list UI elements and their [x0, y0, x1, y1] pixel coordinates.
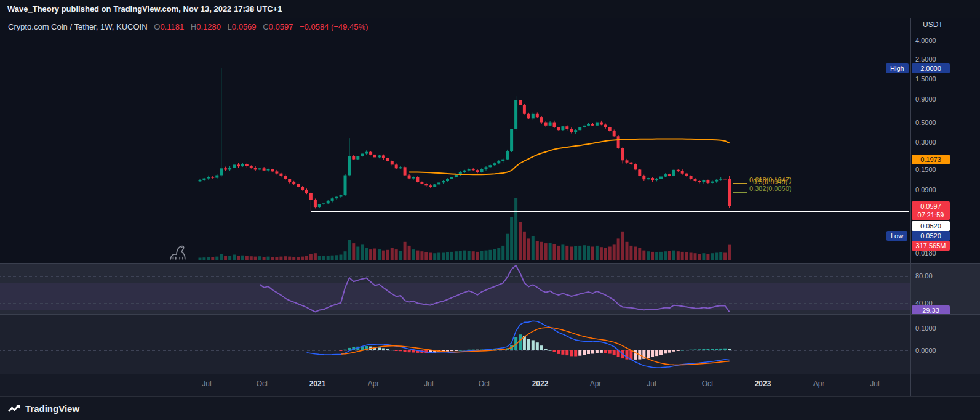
low-price-badge: 0.0520 — [912, 231, 950, 241]
fib-382-label[interactable]: 0.382(0.0850) — [749, 185, 792, 192]
low-marker-pill: Low — [886, 231, 907, 241]
open-label: O — [154, 22, 160, 31]
time-label: Oct — [479, 379, 490, 388]
dino-doodle — [169, 243, 187, 261]
last-price-value: 0.0597 — [915, 202, 947, 211]
last-price-line — [5, 206, 909, 206]
change-value: −0.0584 (−49.45%) — [300, 22, 368, 31]
tradingview-logo-icon[interactable] — [8, 404, 20, 413]
volume-badge: 317.565M — [912, 241, 950, 251]
sma-price-badge: 0.1973 — [912, 155, 950, 164]
high-level-line — [5, 68, 885, 68]
open-value: 0.1181 — [160, 22, 184, 31]
support-price-badge: 0.0520 — [912, 221, 950, 231]
macd-tick: 0.1000 — [915, 324, 936, 333]
price-tick: 2.5000 — [915, 55, 936, 63]
attribution-text: Wave_Theory published on TradingView.com… — [7, 0, 282, 18]
time-label-year: 2022 — [532, 379, 549, 388]
rsi-tick: 80.00 — [915, 272, 933, 280]
price-tick: 4.0000 — [915, 36, 936, 45]
close-value: 0.0597 — [269, 22, 293, 31]
time-label-year: 2023 — [755, 379, 771, 388]
fib-382-line[interactable] — [733, 192, 747, 193]
pane-separator[interactable] — [0, 314, 980, 315]
pane-separator[interactable] — [0, 263, 980, 264]
symbol-title[interactable]: Crypto.com Coin / Tether, 1W, KUCOIN — [8, 22, 148, 31]
time-label: Jul — [647, 379, 656, 388]
attribution-bar: Wave_Theory published on TradingView.com… — [0, 0, 980, 18]
symbol-legend: Crypto.com Coin / Tether, 1W, KUCOIN O0.… — [8, 22, 368, 31]
tradingview-snapshot: Wave_Theory published on TradingView.com… — [0, 0, 980, 420]
time-label-year: 2021 — [309, 379, 326, 388]
tradingview-wordmark[interactable]: TradingView — [25, 403, 79, 414]
price-tick: 0.1500 — [915, 165, 936, 174]
time-label: Apr — [368, 379, 380, 388]
high-value: 0.1280 — [196, 22, 221, 31]
price-tick: 0.9000 — [915, 95, 936, 103]
time-label: Jul — [424, 379, 433, 388]
chart-canvas[interactable] — [0, 0, 980, 420]
time-label: Apr — [813, 379, 825, 388]
high-marker-pill: High — [886, 63, 909, 73]
footer-bar: TradingView — [0, 396, 980, 420]
price-axis-separator — [910, 18, 911, 396]
pane-separator — [0, 374, 980, 374]
close-label: C — [263, 22, 268, 31]
bar-countdown: 07:21:59 — [915, 211, 947, 219]
axis-currency-label: USDT — [923, 20, 943, 29]
support-ray-line[interactable] — [311, 211, 909, 212]
time-label: Oct — [702, 379, 714, 388]
high-price-badge: 2.0000 — [912, 63, 950, 73]
time-label: Oct — [257, 379, 268, 388]
price-tick: 1.5000 — [915, 75, 936, 83]
time-label: Jul — [870, 379, 879, 388]
high-label: H — [191, 22, 196, 31]
price-tick: 0.3000 — [915, 138, 936, 147]
price-tick: 0.5000 — [915, 118, 936, 127]
low-value: 0.0569 — [232, 22, 257, 31]
time-label: Apr — [590, 379, 602, 388]
time-label: Jul — [202, 379, 211, 388]
last-price-badge: 0.0597 07:21:59 — [912, 201, 950, 220]
price-tick: 0.0900 — [915, 185, 936, 194]
low-label: L — [228, 22, 232, 31]
fib-618-line[interactable] — [733, 183, 747, 184]
macd-tick: 0.0000 — [915, 346, 936, 355]
